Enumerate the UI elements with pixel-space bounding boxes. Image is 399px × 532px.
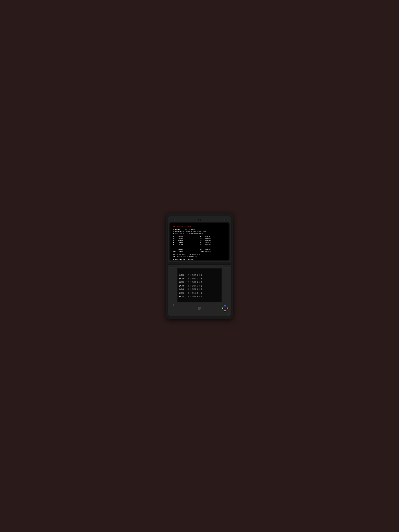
reg-val: 00000000 bbox=[205, 236, 210, 238]
stack-vals: 00 00 00 00 00 10 00 00 bbox=[188, 285, 202, 286]
register-row-left-8: CPSRA0000113 bbox=[173, 251, 199, 253]
stack-vals: 02 00 00 00 80 26 F8 1F bbox=[188, 289, 202, 291]
stack-row-10: FF411D00:01 00 00 00 4C 5C F7 FF bbox=[179, 286, 220, 288]
registers-grid: R000000000R100000000R2FFF75C68R32007D000… bbox=[173, 236, 226, 253]
reg-name: R11 bbox=[200, 245, 204, 247]
stack-addr: FF411CD0: bbox=[179, 278, 188, 279]
b-button[interactable]: B bbox=[224, 310, 226, 312]
stack-vals: 00 00 00 00 80 E0 D4 EE bbox=[188, 281, 202, 282]
stack-row-2: FF411CC0:FF 6F 00 00 24 85 F9 FF bbox=[179, 275, 220, 277]
dump-message: You can find a dump in the following fil… bbox=[173, 254, 226, 256]
stack-row-4: FF411CD0:00 00 00 00 18 1D 41 FF bbox=[179, 278, 220, 279]
reg-val: 04F6751D bbox=[205, 240, 210, 242]
register-row-left-5: R1000000014 bbox=[173, 245, 199, 247]
mic-label: MIC bbox=[228, 314, 229, 315]
stack-addr: FF411CB0: bbox=[179, 272, 188, 274]
a-button[interactable]: A bbox=[226, 307, 228, 309]
center-camera bbox=[198, 219, 201, 221]
reg-name: R0 bbox=[173, 236, 177, 238]
right-shoulder-button[interactable] bbox=[224, 266, 229, 268]
register-row-right-3: R7FFF7BB5C bbox=[200, 242, 226, 243]
reg-name: R2 bbox=[173, 238, 177, 240]
top-body: An exception occurred Processor: ARM11 (… bbox=[168, 216, 231, 262]
stack-addr: FF411CC8: bbox=[179, 277, 188, 278]
stack-row-11: FF411D08:04 41 0B EE 1C 60 13 EE bbox=[179, 288, 220, 289]
dpad[interactable] bbox=[171, 307, 177, 313]
processor-label: Processor: bbox=[173, 229, 180, 230]
reg-name: R4 bbox=[173, 240, 177, 242]
reg-val: 00000000 bbox=[178, 247, 184, 249]
x-button[interactable]: X bbox=[224, 305, 226, 307]
stack-vals: 5C E1 F2 FF 20 36 F2 FF bbox=[188, 297, 202, 299]
reg-val: FFF23D18 bbox=[178, 249, 184, 251]
stack-vals: 4C 5C F7 FF 00 00 00 00 bbox=[188, 279, 202, 281]
left-shoulder-button[interactable] bbox=[170, 266, 175, 268]
register-row-right-5: R1100000002 bbox=[200, 245, 226, 247]
register-row-right-1: R32007D000 bbox=[200, 238, 226, 240]
reg-val: 00000004 bbox=[178, 240, 184, 242]
stack-addr: FF411CC0: bbox=[179, 275, 188, 277]
reg-val: 00000002 bbox=[205, 245, 210, 247]
stack-vals: 30 5C F7 FF 40 BB F7 FF bbox=[188, 292, 202, 293]
reg-val: FFF7BB5C bbox=[205, 242, 210, 243]
reg-val: FF411CB0 bbox=[205, 247, 210, 249]
stack-addr: FF411D38: bbox=[179, 296, 188, 297]
home-button[interactable] bbox=[197, 306, 201, 310]
stack-row-7: FF411CE8:C0 73 1D 08 06 00 00 00 bbox=[179, 282, 220, 283]
stack-vals: 80 E0 D4 EE 00 00 00 00 bbox=[188, 296, 202, 297]
reg-val: 00000014 bbox=[178, 245, 184, 247]
process-value: fs (00000000000000000) bbox=[187, 233, 203, 234]
stack-addr: FF411D28: bbox=[179, 293, 188, 295]
reg-val: 00000000 bbox=[178, 236, 184, 238]
stack-row-13: FF411D18:4C 5C F7 FF 5C BB F7 FF bbox=[179, 291, 220, 292]
dump-path: dumps/arm11/crash_dump_00000001.dmp bbox=[173, 256, 226, 258]
stack-row-6: FF411CE0:00 00 00 00 80 E0 D4 EE bbox=[179, 281, 220, 282]
register-row-left-1: R2FFF75C68 bbox=[173, 238, 199, 240]
stack-row-3: FF411CC8:C4 1C 41 FF 4C 5C F7 FF bbox=[179, 277, 220, 278]
reg-name: R12 bbox=[173, 247, 177, 249]
shoulder-buttons bbox=[170, 266, 229, 268]
y-button[interactable]: Y bbox=[222, 307, 224, 309]
register-row-right-4: R9084CB128 bbox=[200, 244, 226, 245]
reg-name: R5 bbox=[200, 240, 204, 242]
reg-val: 1FF82690 bbox=[178, 242, 184, 243]
camera-row bbox=[170, 219, 229, 221]
register-row-left-3: R61FF82690 bbox=[173, 242, 199, 243]
top-screen: An exception occurred Processor: ARM11 (… bbox=[171, 223, 228, 260]
stack-vals: 00 00 00 00 00 00 00 00 bbox=[188, 283, 202, 285]
stack-row-17: FF411D38:80 E0 D4 EE 00 00 00 00 bbox=[179, 296, 220, 297]
processor-line: Processor: ARM11 (core 1) bbox=[173, 229, 226, 231]
reg-name: LR bbox=[173, 249, 177, 251]
reg-name: R7 bbox=[200, 242, 204, 243]
exception-label: Exception type: bbox=[173, 231, 184, 233]
reg-val: 2007D000 bbox=[205, 238, 210, 240]
register-row-right-0: R100000000 bbox=[200, 236, 226, 238]
left-camera bbox=[173, 219, 175, 221]
reg-name: R9 bbox=[200, 244, 204, 245]
processor-value: ARM11 (core 1) bbox=[185, 229, 195, 230]
stack-addr: FF411D20: bbox=[179, 292, 188, 293]
reg-name: R8 bbox=[173, 244, 177, 245]
top-screen-bezel: An exception occurred Processor: ARM11 (… bbox=[170, 222, 229, 261]
reg-val: 084CB128 bbox=[205, 244, 210, 245]
stack-vals: C0 73 1D 08 06 00 00 00 bbox=[188, 282, 202, 283]
stack-addr: FF411CE0: bbox=[179, 281, 188, 282]
reg-name: SP bbox=[200, 247, 204, 249]
stack-vals: 01 00 00 00 4C 5C F7 FF bbox=[188, 286, 202, 288]
reg-name: R1 bbox=[200, 236, 204, 238]
left-controls bbox=[171, 304, 177, 313]
hinge bbox=[170, 262, 229, 264]
stack-title: Stack dump: bbox=[179, 270, 220, 272]
reg-name: R6 bbox=[173, 242, 177, 243]
press-shutdown-message: Press any button to shutdown bbox=[173, 259, 226, 260]
bottom-controls: X Y A B bbox=[170, 304, 229, 313]
register-row-left-4: R8FFF75C4C bbox=[173, 244, 199, 245]
error-title: An exception occurred bbox=[173, 225, 226, 228]
stack-row-1: FF411CB8:01 00 00 00 9C 01 F2 FF bbox=[179, 274, 220, 275]
left-analog-stick[interactable] bbox=[172, 304, 175, 306]
register-row-left-6: R1200000000 bbox=[173, 247, 199, 249]
exception-value: prefetch abort (kernel panic) bbox=[186, 231, 207, 233]
dump-info: You can find a dump in the following fil… bbox=[173, 254, 226, 257]
stack-vals: 80 27 F8 1F 20 D0 F7 FF bbox=[188, 293, 202, 295]
reg-name: PC bbox=[200, 249, 204, 251]
